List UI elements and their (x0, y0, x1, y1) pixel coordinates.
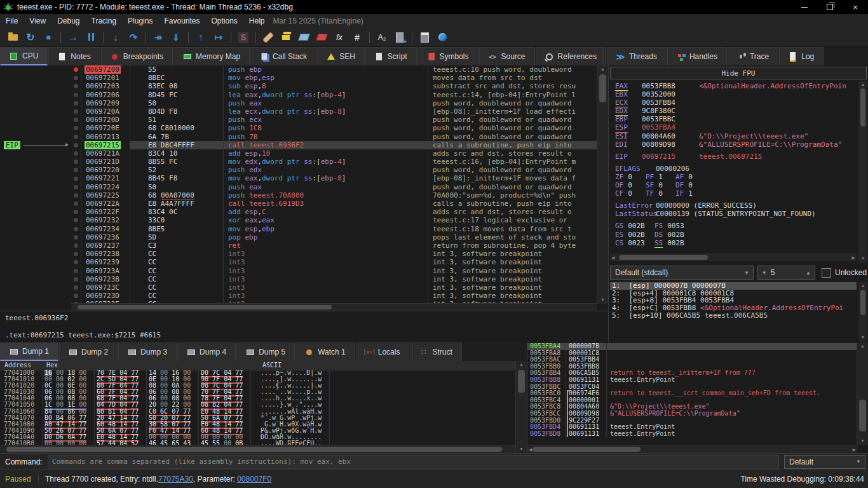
bullet-dot[interactable] (74, 243, 78, 248)
font-icon[interactable]: A₂ (374, 30, 390, 45)
register-line[interactable]: EBP0053FBBC (615, 115, 855, 123)
disasm-row[interactable]: 00697237C3retreturn from subroutine. pop… (0, 241, 597, 250)
dump-tab-dump-4[interactable]: Dump 4 (177, 342, 236, 361)
disasm-row[interactable]: 0069720E68 C8010000push 1C8push word, do… (0, 124, 597, 132)
instruction-address[interactable]: 00697220 (81, 166, 130, 174)
register-value[interactable]: 0053FBBC (642, 115, 675, 123)
bullet-dot[interactable] (74, 260, 78, 264)
register-line[interactable]: EDX9C8F380C (615, 107, 855, 115)
disasm-row[interactable]: 0069720D51push ecxpush word, doubleword … (0, 116, 597, 124)
registers-horizontal-scrollbar[interactable]: ◀ ▶ (610, 254, 857, 261)
disasm-row[interactable]: 0069723CCCint3int 3, software breakpoint (0, 283, 597, 292)
bullet-dot[interactable] (74, 294, 78, 298)
calculator-icon[interactable] (417, 30, 432, 45)
disasm-row[interactable]: 0069722568 00A07000push teeest.70A00070A… (0, 191, 597, 200)
disasm-row[interactable]: 0069723DCCint3int 3, software breakpoint (0, 292, 597, 300)
disassembly-vertical-scrollbar[interactable]: ▲ ▼ (597, 65, 608, 304)
bullet-dot[interactable] (74, 210, 78, 214)
functions-icon[interactable]: fx (332, 30, 347, 45)
menu-favourites[interactable]: Favourites (158, 14, 205, 28)
instruction-address[interactable]: 0069722A (81, 200, 130, 208)
register-value[interactable]: 0053FBB8 (642, 82, 675, 90)
stack-row[interactable]: 0053FBCC00809D98&"ALLUSERSPROFILE=C:\\Pr… (527, 410, 857, 417)
bullet-dot[interactable] (74, 252, 78, 256)
register-line[interactable]: EDI00809D98&"ALLUSERSPROFILE=C:\\Program… (615, 140, 855, 149)
arguments-vertical-scrollbar[interactable]: ▲ ▼ (858, 282, 867, 341)
instruction-address[interactable]: 00697232 (81, 216, 130, 224)
instruction-address[interactable]: 00697221 (81, 174, 130, 182)
register-value[interactable]: 9C8F380C (642, 107, 675, 115)
script-icon[interactable]: S (236, 30, 251, 45)
breakpoint-gutter[interactable] (71, 292, 81, 300)
bullet-dot[interactable] (74, 193, 78, 198)
disasm-row[interactable]: 006972218B45 F8mov eax,dword ptr ss:[ebp… (0, 174, 597, 182)
bullet-dot[interactable] (74, 159, 78, 164)
breakpoint-gutter[interactable] (71, 200, 81, 208)
close-debuggee-icon[interactable]: ■ (41, 30, 56, 45)
instruction-address[interactable]: 00697234 (81, 225, 130, 233)
menu-debug[interactable]: Debug (51, 14, 85, 28)
register-value[interactable]: 0053FBA4 (642, 123, 675, 132)
disasm-row[interactable]: 0069722052push edxpush word, doubleword … (0, 166, 597, 174)
instruction-address[interactable]: 0069723A (81, 267, 130, 275)
flag-pair[interactable]: CF0 (615, 189, 632, 198)
flag-pair[interactable]: OF0 (615, 181, 632, 189)
bullet-dot[interactable] (74, 177, 78, 181)
dump-tab-dump-5[interactable]: Dump 5 (236, 342, 295, 361)
bullet-dot[interactable] (74, 218, 78, 222)
command-profile-select[interactable]: Default ▼ (784, 455, 865, 469)
register-line[interactable]: ECX0053FBB4 (615, 98, 855, 107)
labels-icon[interactable] (296, 30, 311, 45)
tab-references[interactable]: References (536, 47, 606, 65)
disasm-row[interactable]: 0069722450push eaxpush word, doubleword … (0, 183, 597, 191)
instruction-address[interactable]: 00697224 (81, 183, 130, 191)
bullet-dot[interactable] (74, 135, 78, 139)
breakpoint-gutter[interactable] (71, 65, 81, 74)
flag-pair[interactable]: ZF0 (615, 173, 632, 181)
stack-horizontal-scrollbar[interactable]: ◀ ▶ (527, 445, 857, 453)
menu-view[interactable]: View (24, 14, 51, 28)
bullet-dot[interactable] (74, 109, 78, 114)
modify-memory-icon[interactable] (392, 30, 407, 45)
register-value[interactable]: 0053FBB4 (642, 98, 675, 107)
minimize-button[interactable] (792, 0, 817, 14)
stack-rows[interactable]: 0053FBA40000007B0053FBA8000001C80053FBAC… (527, 343, 857, 445)
parameter-address-link[interactable]: 008007F0 (237, 475, 271, 484)
register-line[interactable]: ZF0PF1AF0 (615, 173, 855, 181)
disasm-row[interactable]: 00697239CCint3int 3, software breakpoint (0, 258, 597, 266)
breakpoint-gutter[interactable] (71, 166, 81, 174)
breakpoint-gutter[interactable] (71, 241, 81, 250)
hide-fpu-button[interactable]: Hide FPU (610, 67, 867, 79)
breakpoint-gutter[interactable] (71, 124, 81, 132)
bullet-dot[interactable] (74, 285, 78, 290)
checkbox-box[interactable] (822, 268, 831, 278)
run-icon[interactable]: → (65, 30, 81, 45)
instruction-address[interactable]: 00697209 (81, 99, 130, 107)
breakpoint-gutter[interactable] (71, 233, 81, 241)
bullet-dot[interactable] (74, 277, 78, 281)
instruction-address[interactable]: 00697239 (81, 258, 130, 266)
run-to-user-code-icon[interactable]: ↦ (211, 30, 226, 45)
register-line[interactable]: EBX00352000 (615, 90, 855, 98)
tab-cpu[interactable]: CPU (0, 47, 48, 65)
instruction-address[interactable]: 0069723C (81, 283, 130, 292)
restart-icon[interactable]: ↻ (23, 30, 38, 45)
flag-pair[interactable]: SS002B (654, 239, 684, 247)
close-button[interactable]: × (843, 0, 868, 14)
source-lines-icon[interactable]: # (349, 30, 365, 45)
instruction-address[interactable]: 00697213 (81, 133, 130, 141)
instruction-address[interactable]: 0069720D (81, 116, 130, 124)
breakpoint-gutter[interactable] (71, 141, 81, 149)
dump-tab-dump-1[interactable]: Dump 1 (0, 342, 58, 361)
tab-log[interactable]: Log (779, 47, 824, 65)
breakpoint-dot[interactable] (74, 67, 78, 72)
register-line[interactable]: EAX0053FBB8<&OptionalHeader.AddressOfEnt… (615, 82, 855, 90)
unlocked-checkbox[interactable]: Unlocked (822, 268, 867, 278)
dump-tab-dump-3[interactable]: Dump 3 (118, 342, 177, 361)
bullet-dot[interactable] (74, 269, 78, 273)
bullet-dot[interactable] (74, 151, 78, 156)
bullet-dot[interactable] (74, 168, 78, 172)
command-input[interactable] (48, 455, 779, 469)
tab-threads[interactable]: ≫Threads (607, 47, 667, 65)
spin-up-icon[interactable]: ▲ (802, 270, 815, 276)
